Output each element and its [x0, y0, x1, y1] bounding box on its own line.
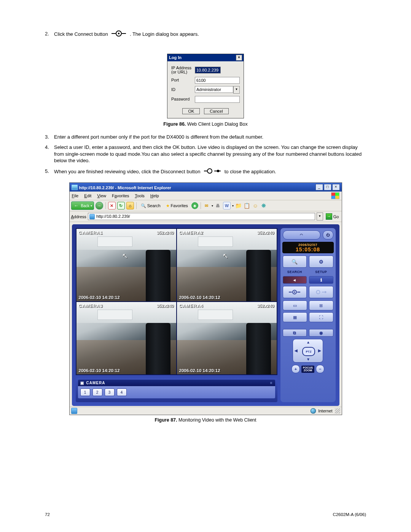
- search-label: SEARCH: [283, 270, 307, 274]
- camera-bar-label: CAMERA: [86, 381, 105, 385]
- mail-button[interactable]: ✉: [203, 202, 210, 209]
- camera-bar: ▣CAMERA ≡ 1 2 3 4: [76, 378, 277, 402]
- toolbar-separator: [136, 202, 137, 209]
- id-field[interactable]: Administrator: [195, 86, 233, 93]
- layout-multi-button[interactable]: ▦: [283, 312, 307, 322]
- web-client-panel: CAMERA1 352x240 2006-02-10 14:20:12 ↖ CA…: [72, 224, 339, 406]
- ie-page-icon: [71, 408, 77, 414]
- focus-plus-button[interactable]: +: [292, 365, 300, 373]
- menu-favorites[interactable]: Favorites: [112, 193, 129, 198]
- windows-flag-icon: [331, 192, 339, 199]
- refresh-button[interactable]: ↻: [117, 202, 125, 209]
- layout-single-button[interactable]: ▭: [283, 300, 307, 310]
- camera-1[interactable]: CAMERA1 352x240 2006-02-10 14:20:12 ↖: [76, 229, 176, 301]
- disconnect-button[interactable]: [309, 286, 333, 298]
- ie-menubar: File Edit View Favorites Tools Help: [70, 192, 342, 200]
- camera-3[interactable]: CAMERA3 352x240 2006-02-10 14:20:12: [76, 302, 176, 374]
- print-button[interactable]: 🖶: [215, 202, 221, 209]
- ie-toolbar: ←Back▾ → ✕ ↻ ⌂ 🔍Search ★Favorites ♣ ✉ ▾ …: [70, 200, 342, 211]
- favorites-button[interactable]: ★Favorites: [164, 203, 190, 209]
- back-button[interactable]: ←Back▾: [71, 201, 94, 210]
- step-number: 4.: [45, 144, 54, 164]
- id-combo[interactable]: Administrator ▼: [195, 86, 240, 94]
- drag-handle-icon[interactable]: ≡: [270, 381, 273, 385]
- channel-3-button[interactable]: 3: [105, 388, 115, 396]
- search-button[interactable]: 🔍Search: [139, 203, 162, 209]
- chevron-down-icon[interactable]: ▼: [233, 86, 240, 94]
- edit-button[interactable]: W: [223, 202, 231, 209]
- address-field[interactable]: http://10.80.2.239/: [88, 213, 315, 220]
- media-button[interactable]: ♣: [191, 202, 198, 209]
- chevron-down-icon[interactable]: ▼: [317, 212, 323, 220]
- chevron-down-icon[interactable]: ▾: [212, 204, 213, 208]
- step-5b: to close the application.: [225, 169, 276, 174]
- snapshot-button[interactable]: ⧉: [283, 329, 307, 337]
- layout-full-button[interactable]: ⛶: [309, 312, 333, 322]
- close-icon[interactable]: ×: [332, 184, 340, 190]
- forward-button[interactable]: →: [96, 202, 103, 209]
- maximize-icon[interactable]: □: [324, 184, 331, 190]
- power-button[interactable]: ⏻: [323, 230, 333, 240]
- figure-87-caption: Figure 87. Monitoring Video with the Web…: [45, 417, 366, 423]
- ok-button[interactable]: OK: [182, 108, 200, 114]
- minimize-icon[interactable]: _: [315, 184, 323, 190]
- extra-icon[interactable]: ❋: [260, 202, 267, 209]
- toolbar-separator: [105, 202, 106, 209]
- menu-file[interactable]: File: [72, 193, 79, 198]
- ie-titlebar: http://10.80.2.239/ - Microsoft Internet…: [70, 183, 342, 192]
- folder-icon[interactable]: 📁: [235, 202, 242, 209]
- layout-quad-button[interactable]: ⊞: [309, 300, 333, 310]
- cancel-button[interactable]: Cancel: [204, 108, 228, 114]
- go-button[interactable]: →Go: [325, 213, 340, 220]
- messenger-icon[interactable]: ☺: [252, 202, 259, 209]
- svg-point-2: [118, 33, 119, 34]
- prev-button[interactable]: ◂: [283, 276, 307, 284]
- menu-tools[interactable]: Tools: [135, 193, 145, 198]
- login-titlebar: Log In ×: [167, 54, 244, 61]
- ip-field[interactable]: 10.80.2.239: [195, 67, 221, 73]
- internet-zone-label: Internet: [318, 409, 332, 413]
- step-5-text: When you are finished reviewing video, c…: [54, 168, 366, 176]
- ie-content-area: CAMERA1 352x240 2006-02-10 14:20:12 ↖ CA…: [70, 222, 342, 407]
- password-label: Password: [171, 97, 195, 102]
- step-number: 3.: [45, 134, 54, 141]
- channel-4-button[interactable]: 4: [117, 388, 127, 396]
- figure-86-caption: Figure 86. Web Client Login Dialog Box: [45, 121, 366, 127]
- password-field[interactable]: [195, 96, 240, 103]
- record-button[interactable]: ◉: [309, 329, 333, 337]
- setup-button[interactable]: ⚙: [309, 256, 333, 268]
- logo-button[interactable]: ◠: [283, 230, 320, 240]
- svg-point-13: [316, 291, 320, 294]
- resize-grip-icon[interactable]: [335, 408, 340, 414]
- doc-id: C2602M-A (6/06): [333, 512, 366, 517]
- port-field[interactable]: 6100: [195, 77, 240, 84]
- page-footer: 72 C2602M-A (6/06): [45, 512, 366, 517]
- svg-point-11: [294, 292, 295, 293]
- ie-logo-icon: [72, 185, 78, 190]
- step-number: 2.: [45, 30, 54, 38]
- stop-button[interactable]: ✕: [108, 202, 116, 209]
- connect-button[interactable]: [283, 286, 307, 298]
- chevron-down-icon[interactable]: ▾: [232, 204, 234, 208]
- disconnect-icon: [204, 168, 221, 176]
- search-button[interactable]: 🔍: [283, 256, 307, 268]
- channel-1-button[interactable]: 1: [80, 388, 90, 396]
- ptz-control[interactable]: ▲ ▼ ◀ ▶ PTZ: [293, 339, 323, 363]
- info-button[interactable]: ℹ: [309, 276, 333, 284]
- channel-2-button[interactable]: 2: [92, 388, 102, 396]
- menu-view[interactable]: View: [97, 193, 106, 198]
- ip-label: IP Address (or URL): [171, 66, 195, 75]
- clipboard-icon[interactable]: 📋: [244, 202, 250, 209]
- close-icon[interactable]: ×: [236, 55, 242, 61]
- camera-4[interactable]: CAMERA4 352x240 2006-02-10 14:20:12: [177, 302, 277, 374]
- menu-edit[interactable]: Edit: [84, 193, 91, 198]
- toolbar-separator: [201, 202, 201, 209]
- menu-help[interactable]: Help: [150, 193, 159, 198]
- camera-2[interactable]: CAMERA2 352x240 2006-02-10 14:20:12 ↖: [177, 229, 277, 301]
- step-2a: Click the Connect button: [54, 31, 108, 37]
- home-button[interactable]: ⌂: [126, 202, 134, 209]
- ie-window: http://10.80.2.239/ - Microsoft Internet…: [69, 182, 342, 415]
- svg-point-7: [217, 170, 219, 172]
- zoom-minus-button[interactable]: −: [316, 365, 324, 373]
- step-5a: When you are finished reviewing video, c…: [54, 169, 200, 174]
